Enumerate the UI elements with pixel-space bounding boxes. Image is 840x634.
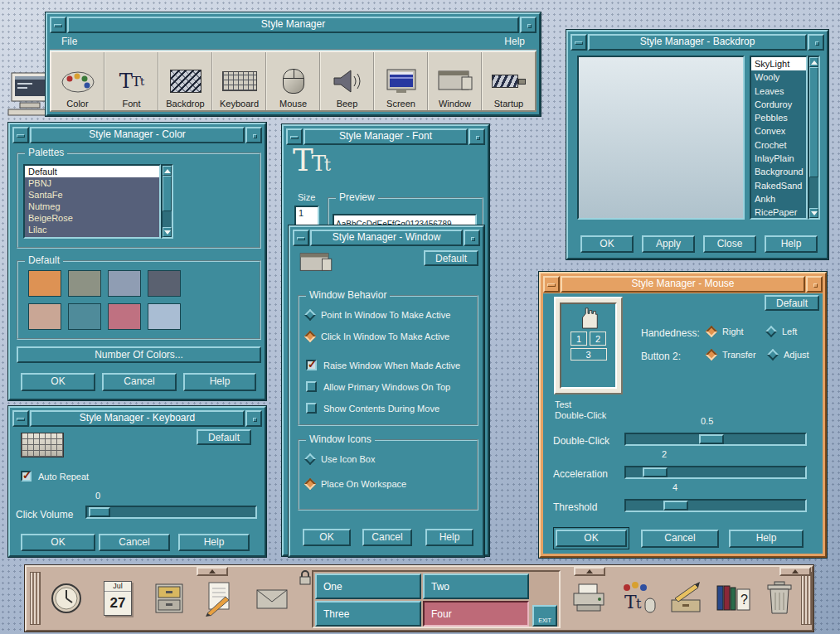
list-item[interactable]: SkyLight: [751, 57, 806, 70]
style-manager-control[interactable]: T t: [617, 572, 660, 625]
radio-button2-transfer[interactable]: Transfer: [707, 350, 756, 360]
window-menu-button[interactable]: [543, 276, 560, 293]
scroll-thumb[interactable]: [809, 67, 818, 177]
color-swatch[interactable]: [28, 303, 61, 330]
mouse-button-2[interactable]: 2: [590, 332, 606, 346]
color-swatch[interactable]: [148, 303, 181, 330]
window-title[interactable]: Style Manager - Backdrop: [588, 34, 807, 51]
color-swatch[interactable]: [28, 270, 61, 297]
menu-help[interactable]: Help: [501, 36, 528, 47]
mail-control[interactable]: [249, 572, 295, 625]
color-swatch[interactable]: [108, 303, 141, 330]
number-of-colors-button[interactable]: Number Of Colors...: [17, 346, 261, 363]
trash-control[interactable]: [758, 572, 801, 625]
workspace-button-one[interactable]: One: [315, 574, 421, 599]
mouse-test-area[interactable]: 1 2 3: [554, 297, 623, 394]
list-item[interactable]: Lilac: [25, 224, 159, 235]
list-item[interactable]: RicePaper: [751, 206, 806, 219]
apply-button[interactable]: Apply: [642, 235, 695, 253]
help-control[interactable]: ?: [711, 572, 755, 625]
color-swatch[interactable]: [68, 270, 101, 297]
checkbox-show-contents[interactable]: Show Contents During Move: [306, 403, 439, 414]
window-menu-button[interactable]: [12, 410, 29, 427]
help-button[interactable]: Help: [425, 529, 473, 546]
toolbar-item-startup[interactable]: Startup: [481, 52, 535, 110]
toolbar-item-screen[interactable]: Screen: [373, 52, 427, 110]
lock-control[interactable]: [297, 569, 313, 588]
list-item[interactable]: SantaFe: [25, 189, 159, 201]
file-manager-control[interactable]: [146, 572, 192, 625]
scroll-up-icon[interactable]: [809, 57, 818, 67]
window-menu-button[interactable]: [12, 127, 29, 143]
toolbar-item-color[interactable]: Color: [51, 52, 104, 110]
default-button[interactable]: Default: [424, 250, 478, 266]
scroll-up-icon[interactable]: [163, 166, 172, 176]
window-menu-button[interactable]: [293, 230, 309, 246]
list-item[interactable]: PBNJ: [25, 177, 159, 189]
radio-handedness-left[interactable]: Left: [767, 327, 797, 336]
list-item[interactable]: Ankh: [751, 192, 806, 206]
list-item[interactable]: Background: [751, 165, 806, 178]
color-swatch[interactable]: [108, 270, 141, 297]
mouse-button-3[interactable]: 3: [571, 348, 607, 361]
toolbar-item-window[interactable]: Window: [427, 52, 481, 110]
window-title[interactable]: Style Manager: [67, 17, 519, 33]
ok-button[interactable]: OK: [303, 529, 351, 546]
list-item[interactable]: Leaves: [751, 85, 806, 98]
help-button[interactable]: Help: [765, 235, 818, 253]
list-item[interactable]: Nutmeg: [25, 201, 159, 212]
color-swatch[interactable]: [148, 270, 181, 297]
window-title[interactable]: Style Manager - Keyboard: [30, 410, 245, 427]
toolbar-item-beep[interactable]: Beep: [319, 52, 373, 110]
scroll-down-icon[interactable]: [809, 208, 818, 218]
window-menu-button[interactable]: [571, 34, 587, 51]
double-click-slider[interactable]: [624, 433, 807, 446]
radio-place-on-workspace[interactable]: Place On Workspace: [306, 479, 406, 489]
list-item[interactable]: Convex: [751, 124, 806, 138]
list-item[interactable]: Wooly: [751, 70, 806, 84]
toolbar-item-backdrop[interactable]: Backdrop: [158, 52, 211, 110]
color-swatch[interactable]: [68, 303, 101, 330]
list-item[interactable]: Corduroy: [751, 98, 806, 111]
acceleration-slider[interactable]: [624, 466, 807, 479]
minimize-button[interactable]: [808, 34, 824, 51]
ok-button[interactable]: OK: [556, 530, 627, 547]
slider-handle[interactable]: [699, 434, 724, 444]
slider-handle[interactable]: [663, 501, 688, 511]
window-title[interactable]: Style Manager - Mouse: [561, 276, 805, 293]
help-button[interactable]: Help: [729, 530, 804, 548]
radio-point-in-window[interactable]: Point In Window To Make Active: [306, 310, 450, 320]
mouse-test-inner[interactable]: 1 2 3: [560, 302, 617, 389]
help-button[interactable]: Help: [183, 373, 256, 391]
cancel-button[interactable]: Cancel: [362, 529, 412, 546]
list-item[interactable]: Default: [25, 166, 159, 177]
default-button[interactable]: Default: [197, 429, 251, 445]
list-item[interactable]: RakedSand: [751, 179, 806, 192]
toolbar-item-keyboard[interactable]: Keyboard: [211, 52, 265, 110]
window-menu-button[interactable]: [50, 17, 66, 33]
backdrop-scrollbar[interactable]: [808, 56, 820, 220]
applications-control[interactable]: [665, 572, 708, 625]
minimize-button[interactable]: [464, 230, 480, 246]
auto-repeat-checkbox[interactable]: Auto Repeat: [21, 471, 89, 482]
clock-control[interactable]: [43, 572, 90, 625]
slider-handle[interactable]: [89, 507, 110, 517]
help-button[interactable]: Help: [178, 534, 250, 551]
minimize-button[interactable]: [245, 127, 262, 143]
radio-click-in-window[interactable]: Click In Window To Make Active: [306, 332, 449, 341]
list-item[interactable]: Pebbles: [751, 111, 806, 124]
menu-file[interactable]: File: [58, 36, 80, 47]
list-item[interactable]: BeigeRose: [25, 212, 159, 224]
calendar-control[interactable]: Jul 27: [95, 572, 141, 625]
scroll-down-icon[interactable]: [163, 227, 172, 237]
palettes-scrollbar[interactable]: [161, 164, 173, 239]
ok-button[interactable]: OK: [580, 235, 634, 253]
panel-move-handle-left[interactable]: [30, 572, 41, 625]
radio-handedness-right[interactable]: Right: [707, 327, 744, 336]
click-volume-slider[interactable]: [85, 506, 257, 519]
list-item[interactable]: InlayPlain: [751, 152, 806, 165]
radio-button2-adjust[interactable]: Adjust: [769, 350, 809, 360]
cancel-button[interactable]: Cancel: [102, 373, 177, 391]
ok-button[interactable]: OK: [21, 373, 95, 391]
cancel-button[interactable]: Cancel: [99, 534, 170, 551]
